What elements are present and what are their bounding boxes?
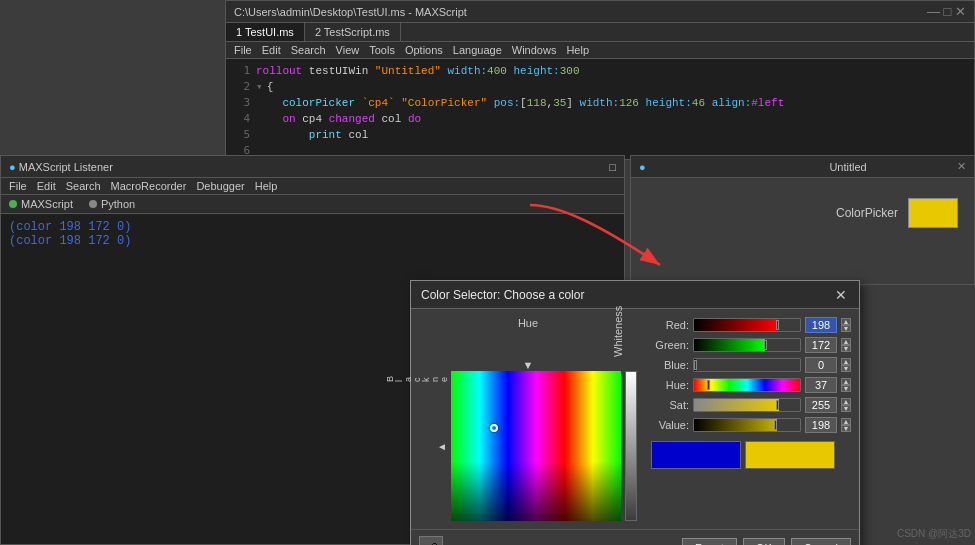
eyedropper-button[interactable]: 🖊 (419, 536, 443, 545)
value-slider-row: Value: 198 ▲ ▼ (651, 417, 851, 433)
cancel-button[interactable]: Cancel (791, 538, 851, 545)
sat-thumb[interactable] (776, 400, 779, 410)
picker-row: Blackness ◄ (419, 371, 639, 521)
sat-spin-down[interactable]: ▼ (841, 405, 851, 412)
menu-help[interactable]: Help (566, 44, 589, 56)
value-spin[interactable]: ▲ ▼ (841, 418, 851, 432)
value-spin-down[interactable]: ▼ (841, 425, 851, 432)
dialog-footer: 🖊 Reset OK Cancel (411, 529, 859, 545)
green-slider-row: Green: 172 ▲ ▼ (651, 337, 851, 353)
green-spin-down[interactable]: ▼ (841, 345, 851, 352)
menu-options[interactable]: Options (405, 44, 443, 56)
green-thumb[interactable] (764, 340, 767, 350)
green-spin-up[interactable]: ▲ (841, 338, 851, 345)
untitled-window: ● Untitled ✕ ColorPicker (630, 155, 975, 285)
hue-slider-row: Hue: 37 ▲ ▼ (651, 377, 851, 393)
listener-titlebar: ● MAXScript Listener □ (1, 156, 624, 178)
blue-spin[interactable]: ▲ ▼ (841, 358, 851, 372)
menu-tools[interactable]: Tools (369, 44, 395, 56)
editor-tabs: 1 TestUI.ms 2 TestScript.ms (226, 23, 974, 42)
tab-maxscript[interactable]: MAXScript (9, 198, 73, 210)
green-slider-track[interactable] (693, 338, 801, 352)
tab-label-python: Python (101, 198, 135, 210)
color-swatch[interactable] (908, 198, 958, 228)
preview-row (651, 441, 851, 469)
editor-window: C:\Users\admin\Desktop\TestUI.ms - MAXSc… (225, 0, 975, 160)
menu-edit[interactable]: Edit (262, 44, 281, 56)
hue-spin-down[interactable]: ▼ (841, 385, 851, 392)
red-value[interactable]: 198 (805, 317, 837, 333)
blue-slider-track[interactable] (693, 358, 801, 372)
editor-tab-2[interactable]: 2 TestScript.ms (305, 23, 401, 41)
sat-value[interactable]: 255 (805, 397, 837, 413)
listener-title: MAXScript Listener (19, 161, 113, 173)
red-spin-down[interactable]: ▼ (841, 325, 851, 332)
untitled-title: Untitled (829, 161, 866, 173)
menu-view[interactable]: View (336, 44, 360, 56)
sat-spin[interactable]: ▲ ▼ (841, 398, 851, 412)
hue-slider-track[interactable] (693, 378, 801, 392)
value-label: Value: (651, 419, 689, 431)
hue-slider-label: Hue: (651, 379, 689, 391)
hue-value[interactable]: 37 (805, 377, 837, 393)
val-fill (694, 419, 777, 431)
green-fill (694, 339, 765, 351)
menu-windows[interactable]: Windows (512, 44, 557, 56)
listener-menu-debugger[interactable]: Debugger (196, 180, 244, 192)
red-slider-track[interactable] (693, 318, 801, 332)
ok-button[interactable]: OK (743, 538, 785, 545)
value-thumb[interactable] (774, 420, 777, 430)
green-value[interactable]: 172 (805, 337, 837, 353)
value-slider-track[interactable] (693, 418, 801, 432)
listener-menu-help[interactable]: Help (255, 180, 278, 192)
sat-label: Sat: (651, 399, 689, 411)
preview-current (745, 441, 835, 469)
code-content[interactable]: rollout testUIWin "Untitled" width:400 h… (256, 63, 784, 159)
sat-slider-row: Sat: 255 ▲ ▼ (651, 397, 851, 413)
preview-original (651, 441, 741, 469)
listener-menu-search[interactable]: Search (66, 180, 101, 192)
green-spin[interactable]: ▲ ▼ (841, 338, 851, 352)
hue-label: Hue (443, 317, 613, 357)
red-label: Red: (651, 319, 689, 331)
untitled-content: ColorPicker (631, 178, 974, 248)
tab-dot-python (89, 200, 97, 208)
editor-titlebar: C:\Users\admin\Desktop\TestUI.ms - MAXSc… (226, 1, 974, 23)
color-gradient[interactable] (451, 371, 621, 521)
listener-output: (color 198 172 0) (color 198 172 0) (1, 214, 624, 254)
color-cursor[interactable] (490, 424, 498, 432)
menu-file[interactable]: File (234, 44, 252, 56)
blue-spin-down[interactable]: ▼ (841, 365, 851, 372)
red-slider-row: Red: 198 ▲ ▼ (651, 317, 851, 333)
editor-tab-1[interactable]: 1 TestUI.ms (226, 23, 305, 41)
blue-spin-up[interactable]: ▲ (841, 358, 851, 365)
sat-spin-up[interactable]: ▲ (841, 398, 851, 405)
blue-value[interactable]: 0 (805, 357, 837, 373)
red-spin-up[interactable]: ▲ (841, 318, 851, 325)
hue-spin[interactable]: ▲ ▼ (841, 378, 851, 392)
tab-label-maxscript: MAXScript (21, 198, 73, 210)
tab-python[interactable]: Python (89, 198, 135, 210)
listener-menu-edit[interactable]: Edit (37, 180, 56, 192)
red-thumb[interactable] (776, 320, 779, 330)
sat-slider-track[interactable] (693, 398, 801, 412)
whiteness-bar[interactable] (625, 371, 637, 521)
value-spin-up[interactable]: ▲ (841, 418, 851, 425)
listener-menu-macrorec[interactable]: MacroRecorder (111, 180, 187, 192)
sat-fill (694, 399, 779, 411)
hue-spin-up[interactable]: ▲ (841, 378, 851, 385)
listener-menu-file[interactable]: File (9, 180, 27, 192)
hue-thumb[interactable] (707, 380, 710, 390)
value-value[interactable]: 198 (805, 417, 837, 433)
reset-button[interactable]: Reset (682, 538, 737, 545)
editor-menubar: File Edit Search View Tools Options Lang… (226, 42, 974, 59)
menu-search[interactable]: Search (291, 44, 326, 56)
line-numbers: 123456 (226, 63, 256, 159)
red-spin[interactable]: ▲ ▼ (841, 318, 851, 332)
green-label: Green: (651, 339, 689, 351)
picker-left-arrow: ◄ (437, 371, 447, 521)
dialog-body: Hue Whiteness ▼ Blackness ◄ (411, 309, 859, 529)
menu-language[interactable]: Language (453, 44, 502, 56)
blue-thumb[interactable] (694, 360, 697, 370)
dialog-close-button[interactable]: ✕ (833, 287, 849, 303)
